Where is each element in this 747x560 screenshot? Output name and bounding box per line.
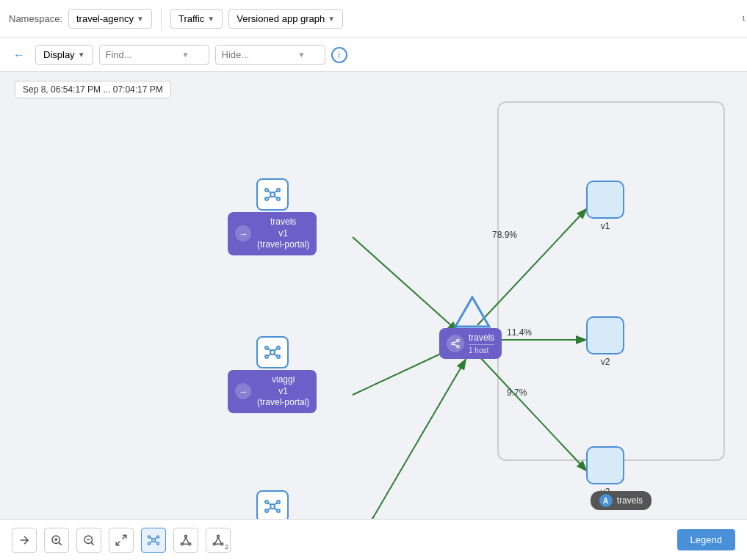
svg-point-65 — [213, 542, 215, 545]
v1-box — [586, 181, 624, 219]
svg-point-18 — [277, 346, 280, 349]
svg-line-24 — [274, 354, 277, 356]
display-dropdown[interactable]: Display ▼ — [35, 45, 93, 65]
second-bar: ← Display ▼ ▼ ▼ i — [0, 38, 747, 72]
svg-line-62 — [186, 537, 189, 543]
separator-1 — [161, 8, 162, 30]
namespace-dropdown[interactable]: travel-agency ▼ — [68, 9, 152, 29]
svg-line-15 — [274, 196, 277, 198]
svg-point-27 — [277, 501, 280, 503]
svg-point-53 — [157, 542, 159, 545]
svg-point-60 — [189, 542, 191, 545]
svg-line-67 — [215, 537, 218, 543]
svg-line-68 — [218, 537, 221, 543]
svg-line-55 — [155, 537, 157, 539]
svg-point-8 — [265, 189, 268, 192]
fit-button[interactable] — [109, 528, 134, 553]
travels-v1-name: travelsv1(travel-portal) — [257, 217, 309, 251]
find-input[interactable] — [106, 49, 179, 60]
graph-layout-2-button[interactable]: 2 — [206, 528, 231, 553]
namespace-label: Namespace: — [9, 13, 62, 24]
zoom-out-button[interactable] — [76, 528, 101, 553]
svg-line-14 — [268, 196, 271, 198]
versioned-caret-icon: ▼ — [328, 15, 335, 23]
versioned-label: Versioned app graph — [237, 13, 325, 24]
timestamp: Sep 8, 06:54:17 PM ... 07:04:17 PM — [15, 81, 171, 98]
svg-line-31 — [274, 503, 277, 505]
graph-layout-1-button[interactable]: 1 — [173, 528, 198, 553]
travels-v1-arrow-icon: → — [235, 225, 251, 241]
find-caret-icon: ▼ — [182, 51, 190, 59]
svg-line-48 — [116, 541, 120, 545]
version-v2-node[interactable]: v2 — [586, 316, 624, 367]
svg-line-3 — [353, 358, 466, 519]
svg-point-26 — [265, 501, 268, 503]
svg-point-59 — [181, 542, 183, 545]
viaggi-v1-arrow-icon: → — [235, 383, 251, 399]
svg-point-64 — [217, 535, 220, 537]
travels-v1-box: → travelsv1(travel-portal) — [228, 212, 317, 255]
display-caret-icon: ▼ — [78, 51, 85, 59]
version-v1-node[interactable]: v1 — [586, 181, 624, 231]
node-travels-v1[interactable]: → travelsv1(travel-portal) — [228, 178, 317, 255]
info-icon[interactable]: i — [331, 47, 347, 63]
travels-triangle-container — [454, 296, 488, 325]
travels-main-box: travels 1 host — [439, 328, 502, 359]
svg-line-13 — [274, 191, 277, 193]
svg-point-36 — [452, 342, 455, 345]
voyages-v1-icon — [256, 490, 289, 519]
back-button[interactable]: ← — [9, 45, 29, 65]
svg-point-11 — [277, 197, 280, 200]
travels-triangle-svg — [454, 296, 491, 328]
zoom-in-button[interactable] — [44, 528, 69, 553]
svg-line-30 — [268, 503, 271, 505]
hide-input-container: ▼ — [215, 45, 325, 65]
svg-line-32 — [268, 508, 271, 510]
display-label: Display — [43, 49, 75, 60]
pan-button[interactable] — [12, 528, 37, 553]
svg-point-29 — [277, 509, 280, 512]
travels-main-name: travels — [469, 332, 494, 343]
svg-point-52 — [148, 542, 151, 545]
viaggi-v1-name: viaggiv1(travel-portal) — [257, 374, 309, 409]
canvas-area: Sep 8, 06:54:17 PM ... 07:04:17 PM 78.9%… — [0, 72, 747, 519]
svg-line-39 — [454, 341, 457, 343]
travels-share-icon — [447, 335, 464, 352]
legend-a-icon: A — [599, 494, 613, 507]
v3-box — [586, 446, 624, 484]
v1-label: v1 — [601, 221, 610, 231]
svg-line-43 — [59, 542, 61, 545]
version-v3-node[interactable]: v3 — [586, 446, 624, 497]
svg-point-10 — [265, 197, 268, 200]
find-input-container: ▼ — [99, 45, 209, 65]
traffic-dropdown[interactable]: Traffic ▼ — [170, 9, 223, 29]
svg-line-12 — [268, 191, 271, 193]
v2-label: v2 — [601, 357, 610, 367]
pct-v2: 11.4% — [507, 327, 532, 338]
namespace-caret-icon: ▼ — [137, 15, 144, 23]
hide-input[interactable] — [222, 49, 295, 60]
svg-point-17 — [265, 346, 268, 349]
node-viaggi-v1[interactable]: → viaggiv1(travel-portal) — [228, 336, 317, 413]
pct-v3: 9.7% — [507, 388, 527, 398]
graph-layout-button[interactable] — [141, 528, 166, 553]
versioned-dropdown[interactable]: Versioned app graph ▼ — [228, 9, 343, 29]
legend-button[interactable]: Legend — [677, 529, 735, 550]
svg-marker-34 — [455, 297, 489, 327]
svg-line-38 — [454, 344, 457, 346]
svg-point-9 — [277, 189, 280, 192]
top-bar: Namespace: travel-agency ▼ Traffic ▼ Ver… — [0, 0, 747, 38]
svg-point-37 — [457, 345, 460, 348]
svg-line-46 — [91, 542, 93, 545]
travels-main-info: travels 1 host — [469, 332, 494, 354]
main-travels-node[interactable]: travels 1 host — [439, 296, 502, 359]
svg-line-61 — [183, 537, 186, 543]
node-voyages-v1[interactable]: → voyagesv1(travel-portal) — [228, 490, 317, 519]
legend-travels-label: travels — [617, 495, 643, 506]
viaggi-v1-box: → viaggiv1(travel-portal) — [228, 370, 317, 413]
svg-line-47 — [123, 535, 126, 539]
travels-host-count: 1 host — [469, 346, 488, 354]
svg-point-28 — [265, 509, 268, 512]
svg-line-33 — [274, 508, 277, 510]
svg-point-66 — [221, 542, 223, 545]
